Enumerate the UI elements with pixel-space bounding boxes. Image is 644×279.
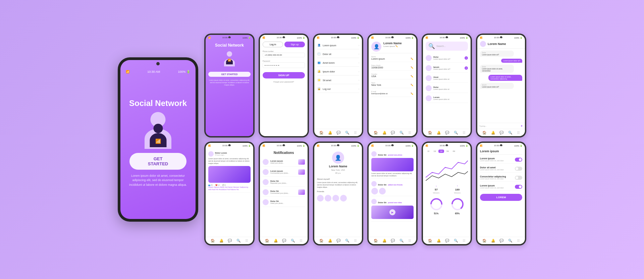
msg-item-2[interactable]: Ipsum Lorem ipsum dolor sit? 2	[426, 64, 468, 73]
bell-nav-9[interactable]: 🔔	[328, 239, 332, 242]
feed-content: Dolor Lorem 8 hours ago... Lorem ipsum d…	[206, 148, 253, 237]
msg-item-3[interactable]: Amet Lorem ipsum dolor sit	[426, 74, 468, 83]
search-nav-6[interactable]: 🔍	[508, 131, 512, 134]
field-town: Town New York✏️	[371, 80, 414, 88]
home-nav-6[interactable]: 🏠	[482, 131, 486, 134]
home-nav-5[interactable]: 🏠	[428, 131, 432, 134]
home-nav-12[interactable]: 🏠	[482, 239, 486, 242]
home-nav-10[interactable]: 🏠	[374, 239, 378, 242]
menu-item-logout[interactable]: 🔒 Log out ›	[317, 85, 359, 93]
search-nav-8[interactable]: 🔍	[291, 239, 295, 242]
menu-nav-7[interactable]: ☰	[245, 239, 248, 242]
search-nav-10[interactable]: 🔍	[399, 239, 404, 242]
menu-item-notif[interactable]: 🔔 Ipsum dolor ›	[317, 68, 359, 75]
search-nav-11[interactable]: 🔍	[454, 239, 458, 242]
edit-icon-town[interactable]: ✏️	[411, 84, 414, 87]
profile-subtitle: Lorem ipsum ✏️	[383, 45, 402, 47]
search-bar[interactable]: 🔍 Search...	[426, 42, 468, 51]
play-button[interactable]: ▶	[389, 209, 395, 215]
menu-nav-9[interactable]: ☰	[354, 239, 357, 242]
home-nav-7[interactable]: 🏠	[211, 239, 215, 242]
toggle-2[interactable]	[515, 167, 522, 171]
get-started-button[interactable]: GET STARTED	[129, 153, 186, 170]
chat-nav-8[interactable]: 💬	[282, 239, 286, 242]
signal-4: 📶	[371, 37, 374, 39]
stats-tabs: 1D 1W 1M 3M 6M	[426, 150, 468, 153]
home-nav-9[interactable]: 🏠	[319, 239, 323, 242]
pub-avatar: 👤	[332, 152, 344, 164]
lorem-button[interactable]: LOREM	[480, 194, 522, 201]
setting-name-4: Lorem ipsum	[480, 184, 515, 187]
chat-nav[interactable]: 💬	[336, 131, 340, 134]
chat-nav-4[interactable]: 💬	[391, 131, 395, 134]
bell-nav-12[interactable]: 🔔	[491, 239, 495, 242]
menu-nav-4[interactable]: ☰	[408, 131, 411, 134]
edit-icon-email[interactable]: ✏️	[411, 93, 414, 95]
search-nav-7[interactable]: 🔍	[236, 239, 240, 242]
edit-icon-name[interactable]: ✏️	[411, 58, 414, 60]
menu-nav-10[interactable]: ☰	[408, 239, 411, 242]
menu-item-profile[interactable]: 👤 Lorem ipsum ›	[317, 42, 359, 49]
chat-nav-11[interactable]: 💬	[445, 239, 449, 242]
signup-button[interactable]: SIGN UP	[263, 72, 305, 78]
menu-nav-11[interactable]: ☰	[463, 239, 466, 242]
chat-nav-10[interactable]: 💬	[391, 239, 395, 242]
search-nav-9[interactable]: 🔍	[345, 239, 349, 242]
toggle-1[interactable]	[515, 158, 522, 162]
login-tab[interactable]: Log in	[263, 42, 283, 47]
home-nav-11[interactable]: 🏠	[428, 239, 432, 242]
phone-input[interactable]: +0 (000) 000-00-00	[263, 53, 305, 57]
chat-nav-9[interactable]: 💬	[336, 239, 340, 242]
feed-image-1	[208, 166, 251, 183]
edit-icon-dob[interactable]: ✏️	[411, 66, 414, 69]
chat-nav-12[interactable]: 💬	[499, 239, 503, 242]
search-nav[interactable]: 🔍	[345, 131, 349, 134]
login-tabs: Log in Sign up	[263, 42, 305, 47]
password-input[interactable]: ••••••••	[263, 62, 305, 68]
menu-item-settings[interactable]: ⭐ Sit amet ›	[317, 76, 359, 84]
followers-up-stat: ↑ 189 followers	[454, 184, 461, 194]
bell-nav-7[interactable]: 🔔	[219, 239, 223, 242]
tab-1w[interactable]: 1W	[432, 150, 438, 153]
toggle-3[interactable]	[515, 176, 522, 180]
bell-nav-11[interactable]: 🔔	[437, 239, 441, 242]
chat-nav-7[interactable]: 💬	[228, 239, 232, 242]
forgot-password-link[interactable]: Forgot your password?	[263, 81, 305, 83]
msg-item-4[interactable]: Dolor Lorem ipsum dolor sit	[426, 84, 468, 93]
chat-nav-5[interactable]: 💬	[445, 131, 449, 134]
bell-nav-8[interactable]: 🔔	[274, 239, 278, 242]
tab-6m[interactable]: 6M	[451, 150, 457, 153]
bell-nav-6[interactable]: 🔔	[491, 131, 495, 134]
menu-item-friends[interactable]: 👥 Amet lorem ›	[317, 59, 359, 67]
search-nav-5[interactable]: 🔍	[454, 131, 458, 134]
tab-3m[interactable]: 3M	[445, 150, 450, 153]
home-nav[interactable]: 🏠	[319, 131, 323, 134]
menu-nav-5[interactable]: ☰	[463, 131, 466, 134]
menu-nav-12[interactable]: ☰	[517, 239, 520, 242]
bell-nav[interactable]: 🔔	[328, 131, 332, 134]
tab-1d[interactable]: 1D	[426, 150, 431, 153]
msg-item-5[interactable]: Lorem Lorem ipsum dolor sit	[426, 94, 468, 103]
menu-item-mail[interactable]: ✉️ Dolor sit ›	[317, 50, 359, 58]
menu-nav-6[interactable]: ☰	[517, 131, 520, 134]
edit-icon-country[interactable]: ✏️	[411, 75, 414, 78]
bell-nav-5[interactable]: 🔔	[437, 131, 441, 134]
home-nav-8[interactable]: 🏠	[265, 239, 269, 242]
tab-1m[interactable]: 1M	[438, 150, 444, 153]
bell-nav-10[interactable]: 🔔	[382, 239, 386, 242]
chat-nav-6[interactable]: 💬	[499, 131, 503, 134]
signup-tab[interactable]: Sign up	[284, 42, 305, 47]
search-nav-4[interactable]: 🔍	[399, 131, 404, 134]
typing-input[interactable]: Typing...	[479, 125, 519, 127]
home-nav-4[interactable]: 🏠	[374, 131, 378, 134]
mail-icon: ✉️	[317, 52, 321, 56]
bell-nav-4[interactable]: 🔔	[382, 131, 386, 134]
menu-nav[interactable]: ☰	[354, 131, 357, 134]
splash-get-started[interactable]: GET STARTED	[208, 72, 251, 77]
toggle-4[interactable]	[515, 185, 522, 189]
send-icon[interactable]: ➤	[521, 124, 523, 127]
menu-nav-8[interactable]: ☰	[300, 239, 303, 242]
msg-item-1[interactable]: Dolor Lorem ipsum dolor sit? 1	[426, 54, 468, 63]
menu-label-3: Amet lorem	[323, 62, 335, 64]
search-nav-12[interactable]: 🔍	[508, 239, 512, 242]
